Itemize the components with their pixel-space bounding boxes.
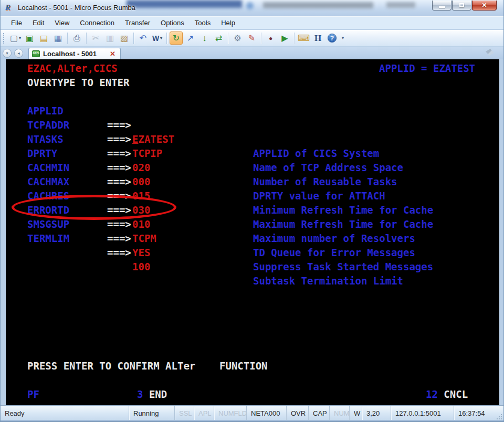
resize-grip[interactable] <box>496 414 502 420</box>
toolbar-separator <box>166 33 167 44</box>
close-button[interactable]: ✕ <box>472 1 497 10</box>
hotspots-icon[interactable]: H <box>311 31 324 45</box>
field-description: Subtask Termination Limit <box>253 274 403 288</box>
restore-button[interactable] <box>452 1 471 10</box>
aero-glass-background-window <box>127 0 242 8</box>
field-value-input[interactable]: TCPM <box>132 231 156 246</box>
toolbar-separator <box>133 33 134 44</box>
status-item: 3,20 <box>362 406 391 421</box>
menu-item[interactable]: Connection <box>75 17 120 29</box>
status-item: NUM <box>330 406 350 421</box>
terminal-field-row: APPLID ===> EZATEST APPLID of CICS Syste… <box>6 90 499 104</box>
copy-icon[interactable]: ▥ <box>103 31 117 45</box>
terminal-field-row: CACHMIN ===> 015 Minimum Refresh Time fo… <box>6 146 499 161</box>
connect-session-icon[interactable]: ↻ <box>170 31 183 45</box>
menu-item[interactable]: Tools <box>190 17 216 29</box>
toolbar-separator <box>228 33 228 44</box>
status-item: APL <box>194 406 214 421</box>
terminal-command-line: EZAC,ALTer,CICS <box>27 61 118 76</box>
field-arrow: ===> <box>107 246 131 260</box>
menu-item[interactable]: Transfer <box>120 17 155 29</box>
rumba-app-icon: R <box>5 3 15 13</box>
tab-label: Localhost - 5001 <box>43 50 108 58</box>
terminal-field-row: NTASKS ===> 020 Number of Reusable Tasks <box>6 118 499 132</box>
restore-icon <box>459 3 464 7</box>
new-session-icon[interactable]: ▢▾ <box>9 31 22 45</box>
status-item: Ready <box>1 406 129 421</box>
menu-item[interactable]: Options <box>155 17 190 29</box>
toolbar-grip[interactable] <box>3 33 6 44</box>
field-description: TD Queue for Error Messages <box>253 246 415 260</box>
help-icon[interactable]: ? <box>326 31 339 45</box>
menu-item[interactable]: View <box>49 17 75 29</box>
terminal-field-row: ERRORTD ===> TCPM TD Queue for Error Mes… <box>6 189 499 203</box>
screen-display-icon[interactable]: W▾ <box>151 31 164 45</box>
field-value-input[interactable]: 100 <box>132 260 150 274</box>
terminal-field-row: DPRTY ===> 000 DPRTY value for ATTACH <box>6 132 499 146</box>
file-transfer-icon[interactable]: ⇄ <box>212 31 225 45</box>
status-bar: ReadyRunningSSLAPLNUMFLDNETA000OVRCAPNUM… <box>1 405 503 421</box>
window-controls: ✕ <box>432 1 497 10</box>
menu-item[interactable]: Edit <box>27 17 49 29</box>
window-title: Localhost - 5001 - Micro Focus Rumba <box>18 4 135 12</box>
terminal-field-row: SMSGSUP ===> YES Suppress Task Started M… <box>6 203 499 217</box>
session-profile-icon[interactable]: ▤ <box>37 31 50 45</box>
terminal-field-row: TERMLIM ===> 100 Subtask Termination Lim… <box>6 217 499 231</box>
title-bar: R Localhost - 5001 - Micro Focus Rumba ✕ <box>1 0 503 16</box>
toolbar-separator <box>261 33 261 44</box>
field-value-input[interactable]: YES <box>132 246 150 260</box>
tab-back-button[interactable]: ◂ <box>14 49 23 58</box>
tab-list-button[interactable]: ▾ <box>3 49 12 58</box>
pf12-action: CNCL <box>438 388 468 400</box>
field-description: Maximum number of Resolvers <box>253 231 415 246</box>
pf3-number: 3 <box>137 388 143 400</box>
toolbar-separator <box>294 33 295 44</box>
paste-icon[interactable]: ▨ <box>118 31 131 45</box>
open-session-icon[interactable]: ▣ <box>23 31 36 45</box>
pf3-action: END <box>143 388 167 400</box>
toolbar-separator <box>86 33 87 44</box>
pf3-key: 3 END <box>137 387 167 402</box>
close-icon: ✕ <box>481 2 487 9</box>
status-item: 127.0.0.1:5001 <box>391 406 454 421</box>
window-frame-bottom <box>1 420 503 421</box>
terminal-fields: APPLID ===> EZATEST APPLID of CICS Syste… <box>6 90 499 231</box>
toolbar-overflow-icon[interactable]: ▾ <box>340 31 346 45</box>
minimize-icon <box>439 6 445 8</box>
status-item: OVR <box>287 406 309 421</box>
terminal-field-row: TCPADDR ===> TCPIP Name of TCP Address S… <box>6 104 499 118</box>
terminal-screen[interactable]: EZAC,ALTer,CICS APPLID = EZATEST OVERTYP… <box>6 59 499 405</box>
terminal-field-row: CACHMAX ===> 030 Maximum Refresh Time fo… <box>6 161 499 175</box>
aero-glass-background-text <box>386 2 415 8</box>
macro-record-icon[interactable]: ● <box>264 31 277 45</box>
status-item: NETA000 <box>247 406 287 421</box>
field-arrow: ===> <box>107 231 131 246</box>
tab-localhost-5001[interactable]: 3270 Localhost - 5001 ✕ <box>28 48 121 59</box>
options-gear-icon[interactable]: ⚙ <box>231 31 244 45</box>
minimize-button[interactable] <box>432 1 452 10</box>
color-setup-icon[interactable]: ✎ <box>245 31 258 45</box>
macro-play-icon[interactable]: ▶ <box>278 31 291 45</box>
toolbar: ▢▾▣▤▦⎙✂▥▨↶W▾↻↗↓⇄⚙✎●▶⌨H?▾ <box>1 30 503 47</box>
keyboard-map-icon[interactable]: ⌨ <box>297 31 310 45</box>
menu-item[interactable]: Help <box>216 17 240 29</box>
field-description: Suppress Task Started Messages <box>253 260 433 274</box>
status-item: SSL <box>175 406 194 421</box>
tab-close-icon[interactable]: ✕ <box>108 50 117 58</box>
save-session-icon[interactable]: ▦ <box>51 31 65 45</box>
terminal-mode-line: OVERTYPE TO ENTER <box>27 76 129 90</box>
confirm-message: PRESS ENTER TO CONFIRM ALTer FUNCTION <box>27 359 268 373</box>
undo-icon[interactable]: ↶ <box>136 31 150 45</box>
terminal-3270-icon: 3270 <box>32 50 40 57</box>
toolbar-separator <box>67 33 68 44</box>
send-file-icon[interactable]: ↗ <box>184 31 197 45</box>
status-item: Running <box>129 406 175 421</box>
aero-glass-background-text <box>263 2 373 8</box>
pf12-number: 12 <box>426 388 438 400</box>
menu-item[interactable]: File <box>6 17 27 29</box>
print-screen-icon[interactable]: ⎙ <box>70 31 83 45</box>
receive-file-icon[interactable]: ↓ <box>198 31 211 45</box>
status-item: W <box>350 406 362 421</box>
cut-icon[interactable]: ✂ <box>89 31 102 45</box>
field-label: TERMLIM <box>27 231 69 246</box>
